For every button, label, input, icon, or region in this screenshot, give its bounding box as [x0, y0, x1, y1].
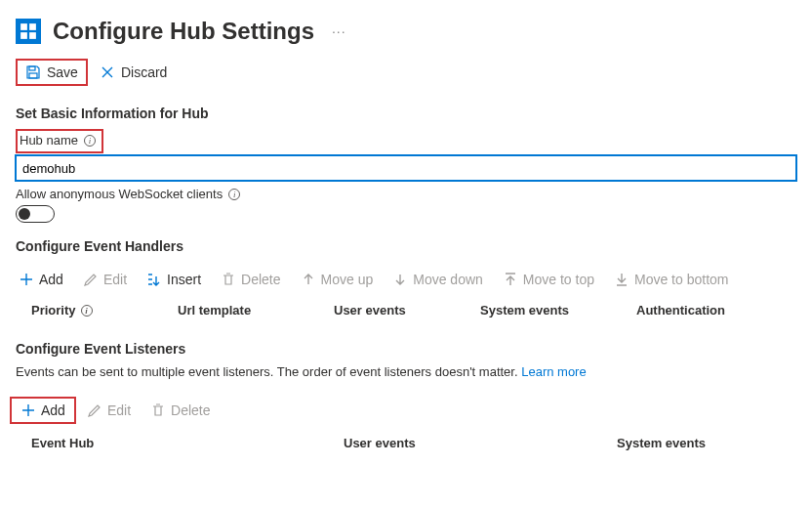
save-icon	[25, 64, 41, 80]
plus-icon	[19, 272, 34, 287]
add-handler-button[interactable]: Add	[10, 268, 72, 291]
svg-rect-0	[20, 23, 27, 30]
edit-handler-button[interactable]: Edit	[74, 268, 136, 291]
toggle-knob	[19, 208, 30, 220]
event-handlers-section: Configure Event Handlers	[0, 238, 812, 254]
pencil-icon	[87, 402, 102, 418]
plus-icon	[20, 402, 36, 418]
hub-name-input[interactable]	[16, 155, 796, 181]
hub-name-label: Hub name	[20, 133, 78, 148]
handlers-title: Configure Event Handlers	[16, 238, 796, 254]
basic-info-title: Set Basic Information for Hub	[16, 106, 796, 121]
col-authentication: Authentication	[636, 303, 796, 318]
move-down-label: Move down	[413, 272, 483, 287]
command-bar: Save Discard	[0, 51, 812, 100]
delete-listener-button[interactable]: Delete	[142, 399, 219, 422]
page-title: Configure Hub Settings	[53, 18, 314, 45]
listeners-title: Configure Event Listeners	[16, 341, 796, 357]
delete-label: Delete	[241, 272, 280, 287]
save-label: Save	[47, 64, 78, 80]
trash-icon	[150, 402, 166, 418]
pencil-icon	[83, 272, 99, 287]
handlers-toolbar: Add Edit Insert Delete Move up Move down…	[0, 262, 812, 297]
allow-anon-label: Allow anonymous WebSocket clients	[16, 187, 223, 201]
delete-handler-button[interactable]: Delete	[212, 268, 289, 291]
info-icon[interactable]: i	[81, 305, 93, 317]
move-up-label: Move up	[321, 272, 374, 287]
col-user-events: User events	[344, 436, 617, 450]
add-label: Add	[41, 402, 65, 418]
col-user-events: User events	[334, 303, 480, 318]
move-top-label: Move to top	[523, 272, 594, 287]
event-listeners-section: Configure Event Listeners Events can be …	[0, 341, 812, 379]
arrow-down-icon	[392, 272, 408, 287]
page-header: Configure Hub Settings ···	[0, 0, 812, 51]
trash-icon	[221, 272, 236, 287]
svg-rect-3	[29, 32, 36, 39]
edit-listener-button[interactable]: Edit	[78, 399, 140, 422]
close-icon	[100, 64, 115, 80]
hub-name-highlight: Hub name i	[16, 129, 103, 153]
insert-icon	[146, 272, 162, 287]
insert-handler-button[interactable]: Insert	[138, 268, 210, 291]
col-system-events: System events	[480, 303, 636, 318]
discard-button[interactable]: Discard	[92, 61, 175, 84]
col-system-events: System events	[617, 436, 796, 450]
move-top-button[interactable]: Move to top	[494, 268, 603, 291]
listeners-toolbar: Add Edit Delete	[0, 391, 812, 430]
edit-label: Edit	[103, 272, 127, 287]
svg-rect-4	[29, 66, 35, 70]
listeners-table-header: Event Hub User events System events	[0, 430, 812, 460]
info-icon[interactable]: i	[228, 189, 240, 200]
arrow-top-icon	[503, 272, 518, 287]
listeners-note: Events can be sent to multiple event lis…	[16, 364, 796, 379]
svg-rect-1	[29, 23, 36, 30]
note-text: Events can be sent to multiple event lis…	[16, 364, 521, 379]
move-bottom-label: Move to bottom	[634, 272, 729, 287]
hub-app-icon	[16, 19, 41, 44]
add-label: Add	[39, 272, 63, 287]
info-icon[interactable]: i	[84, 135, 96, 147]
delete-label: Delete	[171, 402, 210, 418]
col-url-template: Url template	[178, 303, 334, 318]
basic-info-section: Set Basic Information for Hub Hub name i…	[0, 106, 812, 223]
insert-label: Insert	[167, 272, 201, 287]
col-event-hub: Event Hub	[31, 436, 344, 450]
svg-rect-2	[20, 32, 27, 39]
col-priority: Priority	[31, 303, 76, 318]
discard-label: Discard	[121, 64, 167, 80]
learn-more-link[interactable]: Learn more	[521, 364, 586, 379]
move-down-button[interactable]: Move down	[384, 268, 492, 291]
arrow-bottom-icon	[614, 272, 629, 287]
handlers-table-header: Priority i Url template User events Syst…	[0, 297, 812, 327]
edit-label: Edit	[107, 402, 131, 418]
move-up-button[interactable]: Move up	[292, 268, 383, 291]
add-listener-button[interactable]: Add	[10, 397, 76, 424]
move-bottom-button[interactable]: Move to bottom	[605, 268, 738, 291]
arrow-up-icon	[301, 272, 316, 287]
svg-rect-5	[29, 73, 37, 78]
allow-anon-row: Allow anonymous WebSocket clients i	[16, 187, 796, 201]
allow-anon-toggle[interactable]	[16, 205, 55, 223]
more-icon[interactable]: ···	[332, 23, 346, 39]
save-button[interactable]: Save	[16, 59, 88, 86]
